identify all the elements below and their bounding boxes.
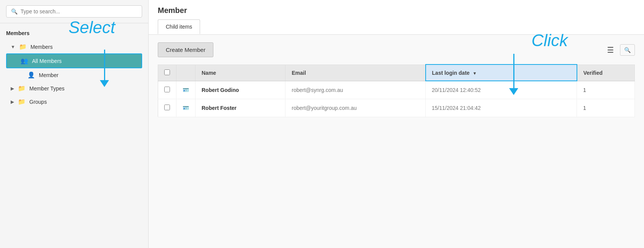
main-content: Member Child items Click Create Member ☰ [149, 0, 644, 248]
row2-verified-cell: 1 [577, 99, 635, 117]
chevron-right-icon: ▶ [11, 86, 14, 91]
page-title: Member [158, 6, 635, 15]
row2-email-cell: robert@youritgroup.com.au [285, 99, 426, 117]
row2-checkbox[interactable] [164, 105, 170, 110]
search-icon: 🔍 [624, 47, 631, 53]
all-members-icon: 👥 [21, 57, 28, 64]
row1-last-login: 20/11/2024 12:40:52 [432, 87, 481, 93]
sidebar-section-title: Members [6, 30, 142, 36]
menu-icon-button[interactable]: ☰ [605, 43, 616, 57]
row1-verified-cell: 1 [577, 81, 635, 99]
col-icon-header [176, 64, 195, 81]
folder-icon: 📁 [18, 85, 26, 92]
content-area: Click Create Member ☰ 🔍 [149, 35, 644, 248]
main-header: Member Child items [149, 0, 644, 35]
row1-email-cell: robert@synrg.com.au [285, 81, 426, 99]
sidebar-item-member[interactable]: 👤 Member [6, 68, 142, 82]
sidebar-item-label: Groups [29, 99, 47, 105]
sidebar: 🔍 Select Members ▼ 📁 Members 👥 All Membe… [0, 0, 149, 248]
data-table: Name Email Last login date ▼ Verified [158, 64, 635, 117]
col-checkbox [158, 64, 176, 81]
row1-login-cell: 20/11/2024 12:40:52 [426, 81, 577, 99]
table-row[interactable]: 🪪 Robert Godino robert@synrg.com.au 20/1… [158, 81, 635, 99]
sidebar-item-label: Member Types [29, 85, 64, 92]
col-name-header[interactable]: Name [195, 64, 285, 81]
sidebar-item-label: Members [30, 44, 53, 50]
select-all-checkbox[interactable] [164, 69, 170, 75]
member-card-icon: 🪪 [183, 87, 189, 93]
row1-name: Robert Godino [202, 87, 239, 93]
toolbar-right: ☰ 🔍 [605, 43, 635, 57]
row2-name-cell: Robert Foster [195, 99, 285, 117]
row2-member-icon-cell: 🪪 [176, 99, 195, 117]
create-member-button[interactable]: Create Member [158, 42, 213, 57]
row1-name-cell: Robert Godino [195, 81, 285, 99]
member-icon: 👤 [27, 71, 35, 79]
sidebar-item-all-members[interactable]: 👥 All Members [6, 53, 142, 68]
member-card-icon: 🪪 [183, 105, 189, 111]
search-input-wrap[interactable]: 🔍 [6, 5, 142, 18]
tab-child-items[interactable]: Child items [158, 19, 200, 34]
row2-name: Robert Foster [202, 105, 237, 111]
sidebar-item-label: Member [39, 72, 58, 78]
row2-checkbox-cell [158, 99, 176, 117]
folder-icon: 📁 [19, 43, 27, 50]
hamburger-icon: ☰ [607, 46, 614, 54]
col-last-login-header[interactable]: Last login date ▼ [426, 64, 577, 81]
row2-email: robert@youritgroup.com.au [292, 105, 357, 111]
folder-icon: 📁 [18, 98, 26, 105]
search-input[interactable] [21, 8, 137, 14]
search-icon: 🔍 [11, 8, 18, 14]
row1-member-icon-cell: 🪪 [176, 81, 195, 99]
sort-arrow-icon: ▼ [473, 71, 477, 76]
table-search-button[interactable]: 🔍 [620, 44, 635, 56]
sidebar-item-groups[interactable]: ▶ 📁 Groups [6, 95, 142, 108]
tabs: Child items [158, 19, 635, 34]
search-bar: 🔍 [0, 0, 148, 23]
table-row[interactable]: 🪪 Robert Foster robert@youritgroup.com.a… [158, 99, 635, 117]
col-email-header[interactable]: Email [285, 64, 426, 81]
row2-last-login: 15/11/2024 21:04:42 [432, 105, 481, 111]
sidebar-item-members-folder[interactable]: ▼ 📁 Members [6, 40, 142, 53]
chevron-right-icon: ▶ [11, 99, 14, 105]
table-header-row: Name Email Last login date ▼ Verified [158, 64, 635, 81]
row1-email: robert@synrg.com.au [292, 87, 343, 93]
row2-login-cell: 15/11/2024 21:04:42 [426, 99, 577, 117]
sidebar-item-member-types[interactable]: ▶ 📁 Member Types [6, 82, 142, 95]
row1-verified: 1 [583, 87, 586, 93]
toolbar-row: Create Member ☰ 🔍 [158, 42, 635, 57]
row1-checkbox[interactable] [164, 87, 170, 92]
row2-verified: 1 [583, 105, 586, 111]
col-verified-header[interactable]: Verified [577, 64, 635, 81]
sidebar-section: Members ▼ 📁 Members 👥 All Members 👤 Memb… [0, 23, 148, 111]
chevron-down-icon: ▼ [11, 44, 15, 50]
sidebar-item-label: All Members [32, 58, 62, 64]
row1-checkbox-cell [158, 81, 176, 99]
